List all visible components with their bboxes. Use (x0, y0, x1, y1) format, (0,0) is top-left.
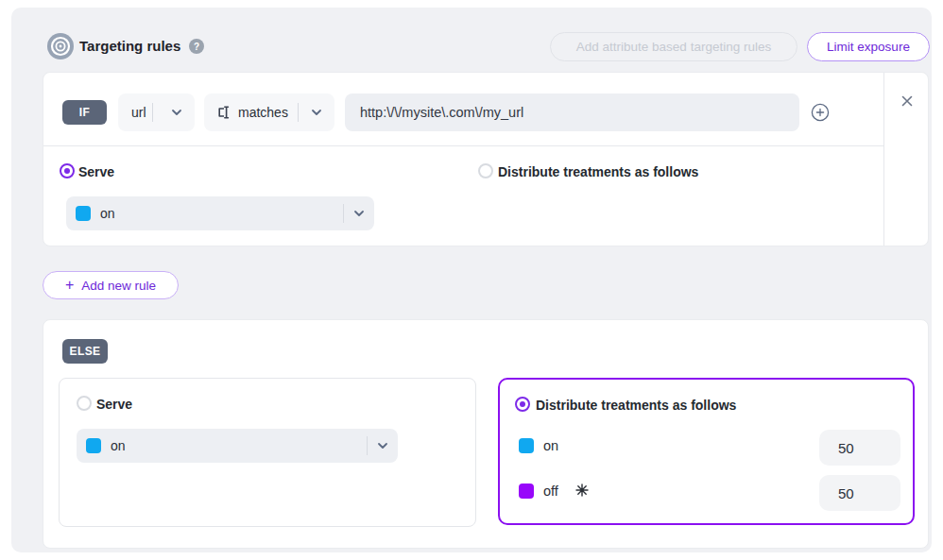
if-badge: IF (62, 100, 107, 125)
add-new-rule-label: Add new rule (81, 279, 156, 293)
add-new-rule-button[interactable]: + Add new rule (43, 271, 179, 299)
page-title: Targeting rules (79, 38, 180, 54)
rule-section-divider (43, 145, 883, 146)
matcher-dropdown[interactable]: matches (204, 93, 334, 131)
distribute-radio[interactable] (478, 163, 493, 178)
attribute-dropdown[interactable]: url (118, 93, 195, 131)
chevron-down-icon (353, 208, 365, 219)
default-rule-card: ELSE Serve on Distribute treatments as f… (43, 319, 929, 549)
string-matcher-icon (215, 104, 232, 121)
default-treatment-asterisk-icon (575, 484, 589, 497)
targeting-rule-card: IF url matches (43, 72, 929, 246)
targeting-rules-page: Targeting rules ? Add attribute based ta… (0, 0, 943, 560)
serve-radio[interactable] (60, 163, 75, 178)
serve-radio-label[interactable]: Serve (78, 164, 114, 179)
dropdown-separator (298, 103, 299, 122)
close-icon[interactable] (900, 93, 915, 109)
treatment-percent-input[interactable] (819, 475, 900, 511)
distribute-radio-label[interactable]: Distribute treatments as follows (498, 164, 698, 179)
attribute-dropdown-value: url (131, 105, 146, 120)
dropdown-separator (152, 103, 153, 122)
treatment-color-swatch (519, 484, 534, 499)
default-treatment-select[interactable]: on (77, 429, 398, 463)
default-serve-option-card: Serve on (59, 378, 476, 527)
matcher-value-input[interactable] (345, 93, 799, 131)
plus-icon: + (65, 278, 74, 293)
matcher-dropdown-value: matches (238, 105, 298, 120)
default-distribute-option-card: Distribute treatments as follows on off (498, 378, 915, 525)
help-icon[interactable]: ? (189, 39, 204, 54)
limit-exposure-button[interactable]: Limit exposure (807, 32, 930, 61)
target-icon (47, 33, 74, 59)
treatment-name: off (543, 484, 558, 499)
add-condition-icon[interactable] (811, 103, 830, 122)
treatment-color-swatch (76, 206, 91, 221)
rule-card-divider (883, 73, 884, 246)
targeting-rules-panel: Targeting rules ? Add attribute based ta… (11, 8, 932, 552)
chevron-down-icon (377, 440, 388, 451)
chevron-down-icon (171, 107, 182, 118)
treatment-select[interactable]: on (66, 196, 374, 230)
add-attribute-rules-button[interactable]: Add attribute based targeting rules (550, 32, 797, 61)
treatment-color-swatch (519, 438, 534, 453)
dropdown-separator (343, 204, 344, 223)
treatment-select-value: on (100, 206, 343, 221)
treatment-name: on (543, 438, 558, 453)
default-treatment-select-value: on (111, 438, 367, 453)
default-serve-radio-label[interactable]: Serve (96, 397, 132, 412)
chevron-down-icon (311, 107, 322, 118)
treatment-percent-input[interactable] (819, 430, 900, 466)
dropdown-separator (367, 436, 368, 455)
else-badge: ELSE (62, 339, 108, 364)
default-distribute-radio-label[interactable]: Distribute treatments as follows (536, 398, 736, 413)
default-distribute-radio[interactable] (515, 397, 530, 412)
default-serve-radio[interactable] (77, 396, 92, 411)
treatment-color-swatch (86, 438, 101, 453)
